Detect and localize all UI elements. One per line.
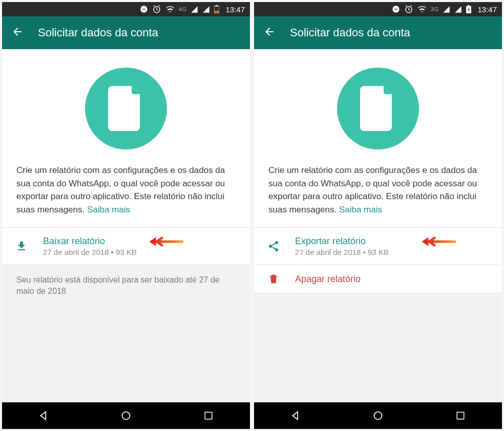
clock-time: 13:47 — [477, 5, 497, 14]
download-icon — [14, 240, 29, 252]
nav-home-button[interactable] — [347, 405, 409, 426]
nav-home-icon — [373, 411, 383, 421]
delete-title: Apagar relatório — [295, 274, 490, 285]
svg-rect-9 — [394, 9, 397, 9]
back-button[interactable] — [263, 26, 276, 40]
back-button[interactable] — [11, 26, 24, 40]
battery-charging-icon — [466, 5, 471, 13]
download-report-button[interactable]: Baixar relatório 27 de abril de 2018 • 9… — [2, 228, 250, 265]
back-arrow-icon — [263, 26, 276, 38]
nav-recent-icon — [456, 411, 465, 420]
description-text: Crie um relatório com as configurações e… — [2, 164, 250, 227]
signal-icon — [443, 6, 450, 13]
clock-time: 13:47 — [225, 5, 245, 14]
svg-rect-5 — [215, 11, 219, 13]
alarm-icon — [152, 5, 161, 14]
app-bar: Solicitar dados da conta — [2, 16, 250, 49]
page-title: Solicitar dados da conta — [38, 26, 158, 39]
signal-icon-2 — [454, 6, 462, 13]
nav-recent-icon — [204, 411, 213, 420]
network-type: 3G — [431, 6, 439, 12]
wifi-icon — [417, 5, 427, 14]
learn-more-link[interactable]: Saiba mais — [339, 205, 382, 214]
signal-icon-2 — [202, 6, 210, 13]
phone-left: 4G 13:47 Solicitar dados da conta Crie u… — [2, 2, 250, 429]
phone-right: 3G 13:47 Solicitar dados da conta Crie u… — [254, 2, 502, 429]
export-subtitle: 27 de abril de 2018 • 93 KB — [295, 248, 490, 256]
battery-icon — [214, 5, 219, 13]
nav-bar — [254, 402, 502, 429]
wifi-icon — [165, 5, 175, 14]
svg-point-6 — [122, 412, 130, 420]
back-arrow-icon — [11, 26, 24, 38]
description-text: Crie um relatório com as configurações e… — [254, 164, 502, 227]
dnd-icon — [140, 5, 148, 13]
delete-report-button[interactable]: Apagar relatório — [254, 265, 502, 293]
export-report-button[interactable]: Exportar relatório 27 de abril de 2018 •… — [254, 228, 502, 265]
nav-home-button[interactable] — [95, 405, 157, 426]
nav-back-button[interactable] — [265, 405, 326, 426]
share-icon — [266, 240, 281, 252]
nav-recent-button[interactable] — [430, 405, 491, 426]
nav-back-icon — [38, 411, 49, 421]
status-bar: 4G 13:47 — [2, 2, 250, 16]
content-area: Crie um relatório com as configurações e… — [2, 49, 250, 402]
page-title: Solicitar dados da conta — [290, 26, 410, 39]
svg-rect-1 — [142, 9, 145, 9]
nav-back-button[interactable] — [13, 405, 74, 426]
availability-note: Seu relatório está disponível para ser b… — [2, 265, 250, 402]
svg-point-14 — [269, 245, 272, 248]
learn-more-link[interactable]: Saiba mais — [87, 205, 130, 214]
svg-rect-11 — [468, 5, 470, 6]
status-bar: 3G 13:47 — [254, 2, 502, 16]
svg-point-15 — [275, 248, 278, 251]
alarm-icon — [404, 5, 413, 14]
download-subtitle: 27 de abril de 2018 • 93 KB — [43, 248, 238, 256]
dnd-icon — [392, 5, 400, 13]
app-bar: Solicitar dados da conta — [254, 16, 502, 49]
svg-point-13 — [275, 241, 278, 244]
nav-back-icon — [290, 411, 301, 421]
trash-icon — [266, 273, 281, 285]
svg-point-16 — [374, 412, 382, 420]
content-area: Crie um relatório com as configurações e… — [254, 49, 502, 402]
svg-rect-7 — [205, 412, 213, 419]
nav-recent-button[interactable] — [178, 405, 239, 426]
network-type: 4G — [179, 6, 187, 12]
export-title: Exportar relatório — [295, 236, 490, 247]
signal-icon — [191, 6, 198, 13]
download-title: Baixar relatório — [43, 236, 238, 247]
hero-section — [254, 49, 502, 164]
document-hero-icon — [85, 68, 167, 149]
svg-rect-17 — [457, 412, 465, 419]
nav-bar — [2, 402, 250, 429]
document-hero-icon — [337, 68, 419, 149]
blank-area — [254, 293, 502, 402]
nav-home-icon — [121, 411, 131, 421]
hero-section — [2, 49, 250, 164]
